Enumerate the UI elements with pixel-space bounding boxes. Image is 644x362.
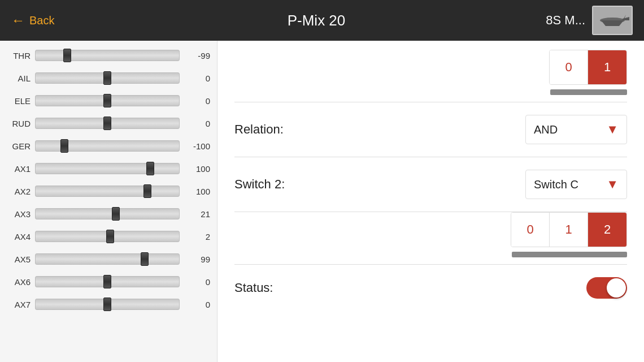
slider-value-ele: 0 <box>184 96 210 106</box>
sliders-panel: THR-99AIL0ELE0RUD0GER-100AX1100AX2100AX3… <box>0 41 217 362</box>
slider-row-ax4: AX42 <box>7 226 210 247</box>
switch2-label: Switch 2: <box>234 177 285 192</box>
slider-track-container-thr[interactable] <box>35 49 180 62</box>
back-button[interactable]: ← Back <box>11 12 90 28</box>
slider-value-rud: 0 <box>184 119 210 128</box>
slider-thumb-ax6 <box>103 275 111 288</box>
slider-track-ax4 <box>35 231 180 242</box>
slider-row-ax3: AX321 <box>7 204 210 224</box>
slider-row-ax6: AX60 <box>7 272 210 292</box>
switch2-position-group: 012 <box>511 212 627 247</box>
status-toggle[interactable] <box>586 277 627 299</box>
switch2-pos-btn-1[interactable]: 1 <box>550 213 588 247</box>
toggle-track <box>586 277 627 299</box>
slider-track-container-ger[interactable] <box>35 139 180 153</box>
slider-track-ax5 <box>35 253 180 265</box>
slider-row-thr: THR-99 <box>7 45 210 66</box>
switch1-indicator <box>550 89 627 95</box>
slider-row-rud: RUD0 <box>7 113 210 133</box>
switch2-indicator <box>512 252 627 257</box>
page-title: P-Mix 20 <box>90 12 542 29</box>
slider-thumb-ele <box>103 94 111 107</box>
switch1-row: 01 <box>234 50 627 102</box>
switch1-pos-btn-0[interactable]: 0 <box>550 50 588 84</box>
slider-value-ax1: 100 <box>184 164 210 174</box>
slider-value-ax3: 21 <box>184 209 210 219</box>
slider-label-ax7: AX7 <box>7 300 31 309</box>
slider-label-rud: RUD <box>7 119 31 128</box>
right-panel: 01 Relation: AND ▼ Switch 2: Switch C ▼ <box>217 41 644 362</box>
switch2-row: Switch 2: Switch C ▼ <box>234 157 627 212</box>
main-content: THR-99AIL0ELE0RUD0GER-100AX1100AX2100AX3… <box>0 41 644 362</box>
slider-value-ax5: 99 <box>184 255 210 264</box>
slider-track-container-ax1[interactable] <box>35 162 180 175</box>
slider-track-thr <box>35 50 180 61</box>
slider-value-ax2: 100 <box>184 187 210 196</box>
relation-dropdown[interactable]: AND ▼ <box>525 115 627 144</box>
relation-value: AND <box>534 123 558 136</box>
slider-track-ax1 <box>35 163 180 174</box>
slider-thumb-ail <box>103 71 111 85</box>
switch2-pos-wrapper: 012 <box>511 212 627 257</box>
slider-track-ax6 <box>35 276 180 287</box>
switch2-dropdown-arrow-icon: ▼ <box>606 177 619 192</box>
slider-track-container-ax4[interactable] <box>35 230 180 243</box>
slider-thumb-ax2 <box>143 184 151 198</box>
slider-track-ail <box>35 72 180 84</box>
slider-value-thr: -99 <box>184 51 210 61</box>
slider-label-thr: THR <box>7 51 31 61</box>
switch1-wrapper: 01 <box>549 50 627 95</box>
slider-track-container-ax7[interactable] <box>35 298 180 311</box>
slider-row-ax1: AX1100 <box>7 158 210 179</box>
switch2-pos-row: 012 <box>234 212 627 265</box>
slider-thumb-ax7 <box>103 298 111 311</box>
status-label: Status: <box>234 281 273 295</box>
slider-thumb-thr <box>63 49 71 62</box>
slider-label-ele: ELE <box>7 96 31 106</box>
slider-row-ax2: AX2100 <box>7 181 210 201</box>
slider-thumb-ax5 <box>141 252 149 266</box>
slider-label-ax1: AX1 <box>7 164 31 174</box>
slider-label-ax6: AX6 <box>7 277 31 287</box>
slider-value-ax7: 0 <box>184 300 210 309</box>
slider-track-container-ax5[interactable] <box>35 252 180 266</box>
slider-row-ele: ELE0 <box>7 90 210 111</box>
slider-track-ger <box>35 140 180 152</box>
slider-track-container-ax6[interactable] <box>35 275 180 288</box>
switch2-pos-btn-0[interactable]: 0 <box>511 213 550 247</box>
model-name: 8S M... <box>546 13 585 28</box>
switch1-position-group: 01 <box>549 50 627 85</box>
slider-track-ax2 <box>35 186 180 197</box>
switch2-dropdown[interactable]: Switch C ▼ <box>525 170 627 199</box>
header-right: 8S M... <box>542 6 633 35</box>
toggle-thumb <box>607 278 626 298</box>
slider-track-container-rud[interactable] <box>35 117 180 130</box>
slider-label-ger: GER <box>7 141 31 151</box>
slider-track-container-ax3[interactable] <box>35 207 180 221</box>
slider-track-container-ax2[interactable] <box>35 184 180 198</box>
slider-value-ax6: 0 <box>184 277 210 287</box>
slider-track-container-ele[interactable] <box>35 94 180 107</box>
slider-row-ail: AIL0 <box>7 68 210 88</box>
switch1-pos-btn-1[interactable]: 1 <box>588 50 626 84</box>
slider-thumb-ger <box>60 139 68 153</box>
status-row: Status: <box>234 265 627 311</box>
slider-value-ail: 0 <box>184 74 210 83</box>
slider-thumb-ax1 <box>146 162 154 175</box>
slider-row-ax5: AX599 <box>7 249 210 269</box>
relation-row: Relation: AND ▼ <box>234 102 627 157</box>
header: ← Back P-Mix 20 8S M... <box>0 0 644 41</box>
model-image <box>592 6 633 35</box>
back-label: Back <box>29 14 54 27</box>
relation-label: Relation: <box>234 122 284 137</box>
plane-icon <box>593 7 632 34</box>
slider-label-ail: AIL <box>7 74 31 83</box>
slider-label-ax5: AX5 <box>7 255 31 264</box>
slider-label-ax2: AX2 <box>7 187 31 196</box>
switch2-pos-btn-2[interactable]: 2 <box>588 213 626 247</box>
slider-thumb-ax3 <box>112 207 120 221</box>
back-arrow-icon: ← <box>11 12 25 28</box>
slider-track-ax3 <box>35 208 180 219</box>
slider-track-container-ail[interactable] <box>35 71 180 85</box>
slider-track-rud <box>35 118 180 129</box>
